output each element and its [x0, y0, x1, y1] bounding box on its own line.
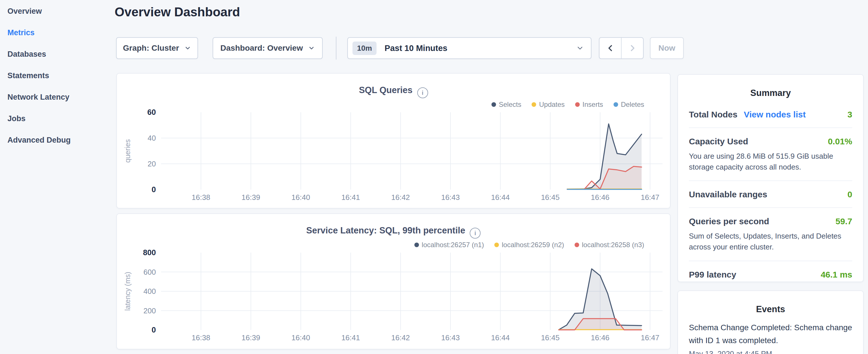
legend-item-localhost-26259-n2-[interactable]: localhost:26259 (n2) — [494, 241, 564, 249]
svg-text:16:39: 16:39 — [242, 333, 260, 342]
svg-text:16:42: 16:42 — [391, 333, 410, 342]
legend-dot — [494, 243, 499, 247]
events-list: Schema Change Completed: Schema change w… — [678, 317, 863, 354]
svg-text:20: 20 — [148, 160, 156, 168]
sidebar-item-advanced-debug[interactable]: Advanced Debug — [0, 129, 115, 151]
sidebar-item-metrics[interactable]: Metrics — [0, 22, 115, 43]
svg-text:16:44: 16:44 — [491, 333, 510, 342]
chevron-down-icon — [184, 45, 191, 52]
summary-row: Capacity Used0.01%You are using 28.6 MiB… — [689, 128, 852, 181]
app: OverviewMetricsDatabasesStatementsNetwor… — [0, 0, 868, 354]
legend-label: localhost:26259 (n2) — [502, 241, 564, 249]
svg-text:16:41: 16:41 — [341, 333, 360, 342]
legend-item-updates[interactable]: Updates — [532, 100, 564, 108]
sidebar-item-databases[interactable]: Databases — [0, 43, 115, 65]
sidebar: OverviewMetricsDatabasesStatementsNetwor… — [0, 0, 115, 151]
svg-text:16:38: 16:38 — [192, 333, 210, 342]
sidebar-item-jobs[interactable]: Jobs — [0, 108, 115, 129]
svg-text:16:45: 16:45 — [541, 333, 560, 342]
svg-text:60: 60 — [147, 108, 156, 117]
svg-text:16:45: 16:45 — [541, 193, 560, 202]
summary-row: Queries per second59.7Sum of Selects, Up… — [689, 208, 852, 261]
legend-item-inserts[interactable]: Inserts — [575, 100, 603, 108]
summary-rows: Total NodesView nodes list3Capacity Used… — [678, 101, 863, 288]
events-title: Events — [678, 304, 863, 315]
time-range-picker[interactable]: 10m Past 10 Minutes — [347, 37, 591, 59]
svg-text:800: 800 — [143, 248, 156, 257]
summary-row-description: You are using 28.6 MiB of 515.9 GiB usab… — [689, 151, 852, 172]
summary-row-value: 0.01% — [828, 137, 852, 147]
chevron-down-icon — [576, 44, 584, 52]
time-range-badge: 10m — [352, 41, 376, 55]
graph-dropdown[interactable]: Graph: Cluster — [116, 37, 198, 59]
summary-title: Summary — [678, 88, 863, 98]
legend-dot — [614, 102, 618, 107]
legend-item-deletes[interactable]: Deletes — [614, 100, 644, 108]
summary-row-value: 46.1 ms — [821, 270, 852, 280]
time-range-label: Past 10 Minutes — [384, 43, 447, 53]
legend-label: Inserts — [583, 100, 603, 108]
time-forward-button[interactable] — [622, 38, 643, 58]
chevron-right-icon — [628, 44, 637, 53]
chart-legend: localhost:26257 (n1)localhost:26259 (n2)… — [414, 241, 644, 249]
svg-text:latency (ms): latency (ms) — [124, 272, 131, 311]
svg-text:queries: queries — [124, 139, 131, 163]
dashboard-dropdown[interactable]: Dashboard: Overview — [213, 37, 323, 59]
sidebar-item-statements[interactable]: Statements — [0, 65, 115, 87]
svg-text:16:41: 16:41 — [341, 193, 360, 202]
time-back-button[interactable] — [599, 38, 622, 58]
svg-text:16:46: 16:46 — [591, 193, 610, 202]
summary-panel: Summary Total NodesView nodes list3Capac… — [677, 74, 864, 282]
summary-row: Unavailable ranges0 — [689, 181, 852, 208]
info-icon[interactable]: i — [417, 87, 428, 98]
svg-text:16:43: 16:43 — [441, 193, 460, 202]
toolbar-divider — [336, 37, 336, 60]
info-icon[interactable]: i — [470, 228, 480, 238]
legend-item-selects[interactable]: Selects — [492, 100, 522, 108]
chart-legend: SelectsUpdatesInsertsDeletes — [492, 100, 645, 108]
svg-text:16:40: 16:40 — [291, 333, 310, 342]
now-button[interactable]: Now — [650, 37, 684, 59]
chart-title: SQL Queries — [359, 85, 412, 95]
view-nodes-list-link[interactable]: View nodes list — [744, 110, 806, 120]
legend-label: Updates — [539, 100, 564, 108]
legend-dot — [575, 102, 580, 107]
svg-text:16:42: 16:42 — [391, 193, 410, 202]
sql-queries-chart-card: SQL Queriesi SelectsUpdatesInsertsDelete… — [116, 73, 671, 208]
legend-item-localhost-26257-n1-[interactable]: localhost:26257 (n1) — [414, 241, 484, 249]
legend-label: localhost:26258 (n3) — [582, 241, 644, 249]
svg-text:16:47: 16:47 — [641, 193, 659, 202]
event-text: Schema Change Completed: Schema change w… — [689, 321, 852, 347]
summary-row-label: Queries per second — [689, 217, 769, 226]
summary-row-value: 0 — [847, 190, 852, 199]
events-panel: Events Schema Change Completed: Schema c… — [677, 290, 864, 354]
svg-text:16:39: 16:39 — [242, 193, 260, 202]
legend-label: localhost:26257 (n1) — [422, 241, 484, 249]
svg-text:16:47: 16:47 — [641, 333, 659, 342]
sidebar-item-network-latency[interactable]: Network Latency — [0, 87, 115, 108]
legend-label: Selects — [499, 100, 522, 108]
summary-row-label: Total Nodes — [689, 110, 737, 120]
page-title: Overview Dashboard — [115, 5, 240, 20]
summary-row-label: P99 latency — [689, 270, 736, 280]
summary-row: P99 latency46.1 ms — [689, 261, 852, 288]
chevron-down-icon — [308, 45, 315, 52]
service-latency-chart-card: Service Latency: SQL, 99th percentilei l… — [116, 213, 671, 349]
legend-dot — [414, 243, 419, 247]
sidebar-item-overview[interactable]: Overview — [0, 1, 115, 22]
legend-item-localhost-26258-n3-[interactable]: localhost:26258 (n3) — [575, 241, 644, 249]
legend-dot — [575, 243, 579, 247]
summary-row-value: 3 — [847, 110, 852, 120]
svg-text:16:38: 16:38 — [192, 193, 210, 202]
event-timestamp: May 13, 2020 at 4:45 PM — [689, 349, 852, 354]
chart-title: Service Latency: SQL, 99th percentile — [306, 225, 465, 235]
legend-dot — [492, 102, 496, 107]
time-nav-group — [599, 37, 644, 59]
graph-dropdown-label: Graph: Cluster — [123, 43, 179, 53]
summary-row-value: 59.7 — [836, 217, 852, 226]
svg-text:400: 400 — [144, 287, 156, 296]
summary-row-label: Unavailable ranges — [689, 190, 767, 199]
dashboard-dropdown-label: Dashboard: Overview — [220, 43, 303, 53]
svg-text:16:46: 16:46 — [591, 333, 610, 342]
svg-text:40: 40 — [148, 134, 156, 142]
